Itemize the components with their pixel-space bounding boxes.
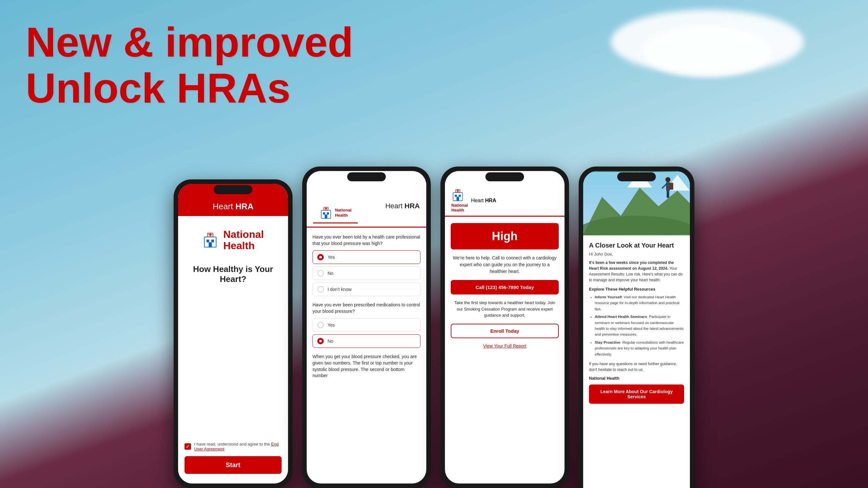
hospital-name: National Health — [223, 229, 264, 251]
resource-3-title: Stay Proactive — [595, 340, 620, 344]
step-text: Take the first step towards a healthier … — [451, 300, 559, 318]
resource-1: Inform Yourself: Visit our dedicated Hea… — [595, 294, 684, 312]
svg-point-25 — [665, 177, 671, 182]
start-button[interactable]: Start — [185, 456, 282, 474]
checkbox-agreement[interactable]: I have read, understood and agree to the… — [185, 442, 282, 451]
phone-notch-3 — [486, 172, 524, 181]
phone2-org-line1: National — [335, 208, 351, 213]
phone2-org-name: National Health — [335, 208, 351, 218]
q1-option-yes[interactable]: Yes — [312, 250, 421, 264]
hospital-icon — [202, 232, 218, 248]
svg-rect-3 — [209, 242, 212, 247]
svg-rect-16 — [459, 195, 461, 197]
hospital-logo: National Health — [202, 229, 264, 251]
q1-radio-dontknow[interactable] — [317, 286, 324, 293]
phone4-intro: It's been a few weeks since you complete… — [589, 260, 684, 283]
phone1-title-hra: HRA — [235, 202, 253, 211]
phone4-screen: A Closer Look at Your Heart Hi John Doe,… — [583, 171, 690, 488]
phone-notch-2 — [347, 172, 386, 181]
phone4-section-title: Explore These Helpful Resources — [589, 287, 684, 292]
question-2-text: Have you ever been prescribed medication… — [312, 302, 421, 314]
headline-line2: Unlock HRAs — [26, 65, 353, 111]
phone4-resources-list: Inform Yourself: Visit our dedicated Hea… — [589, 294, 684, 357]
phone1-body: National Health How Healthy is Your Hear… — [178, 216, 288, 484]
question-3-text: When you get your blood pressure checked… — [312, 354, 421, 379]
org-name-line2: Health — [223, 240, 255, 251]
view-report-link[interactable]: View Your Full Report — [451, 343, 559, 348]
resource-2-title: Attend Heart Health Seminars — [595, 315, 647, 318]
org-name-line1: National — [223, 228, 264, 240]
cardiology-button[interactable]: Learn More About Our Cardiology Services — [589, 385, 684, 404]
phone2-screen: National Health Heart HRA Have you ever … — [307, 171, 426, 484]
phone3-screen: National Health Heart HRA High We're her… — [445, 171, 564, 484]
q2-label-yes: Yes — [328, 323, 335, 328]
phone2-app-title: Heart HRA — [385, 202, 420, 210]
phone3-org-line2: Health — [452, 208, 464, 213]
checkbox-label: I have read, understood and agree to the… — [194, 442, 282, 451]
phone4-intro-bold: It's been a few weeks since you complete… — [589, 261, 674, 271]
phone2-logo: National Health — [313, 189, 358, 223]
phone4-greeting: Hi John Doe, — [589, 252, 684, 256]
q1-label-yes: Yes — [328, 254, 335, 260]
q1-label-no: No — [328, 271, 333, 276]
risk-level-badge: High — [451, 223, 559, 249]
q1-option-dontknow[interactable]: I don't know — [312, 282, 421, 296]
phone1-title: Heart HRA — [213, 202, 253, 211]
phone2-body: Have you ever been told by a health care… — [307, 227, 426, 484]
svg-rect-10 — [325, 214, 327, 218]
phone-email-screen: A Closer Look at Your Heart Hi John Doe,… — [579, 166, 694, 488]
q2-radio-no[interactable] — [317, 338, 324, 344]
q2-option-no[interactable]: No — [312, 334, 421, 348]
resource-3: Stay Proactive: Regular consultations wi… — [595, 339, 684, 357]
cloud-decoration-2 — [643, 26, 772, 77]
svg-rect-28 — [668, 191, 669, 198]
svg-rect-8 — [323, 213, 326, 215]
q2-label-no: No — [328, 338, 333, 344]
question-1-section: Have you ever been told by a health care… — [312, 234, 421, 296]
q2-option-yes[interactable]: Yes — [312, 318, 421, 332]
headline-line1: New & improved — [26, 19, 353, 65]
phone3-app-title: Heart HRA — [471, 198, 496, 204]
q1-radio-no[interactable] — [317, 270, 324, 276]
phone2-hospital-icon — [319, 206, 333, 219]
question-1-text: Have you ever been told by a health care… — [312, 234, 421, 247]
phone3-hospital-icon — [452, 189, 464, 202]
q1-option-no[interactable]: No — [312, 267, 421, 280]
phone-questions-screen: National Health Heart HRA Have you ever … — [302, 166, 431, 488]
phone4-org-name: National Health — [589, 376, 684, 380]
phone4-content: A Closer Look at Your Heart Hi John Doe,… — [583, 235, 690, 488]
svg-rect-31 — [669, 183, 674, 190]
q1-radio-yes[interactable] — [317, 254, 324, 261]
phone-notch-4 — [617, 172, 656, 181]
checkbox-label-text: I have read, understood and agree to the — [194, 442, 271, 447]
call-button[interactable]: Call (123) 456-7890 Today — [451, 280, 559, 295]
phone-notch-1 — [214, 185, 252, 194]
svg-rect-1 — [207, 240, 209, 242]
q1-label-dontknow: I don't know — [328, 287, 351, 292]
help-text: We're here to help. Call to connect with… — [451, 254, 559, 275]
resource-1-title: Inform Yourself — [595, 295, 622, 299]
org-name: National Health — [223, 229, 264, 251]
phone4-contact-text: If you have any questions or need furthe… — [589, 361, 684, 373]
headline-section: New & improved Unlock HRAs — [26, 19, 353, 111]
question-3-section: When you get your blood pressure checked… — [312, 354, 421, 379]
svg-rect-15 — [455, 195, 457, 197]
phone3-logo: National Health — [452, 189, 468, 213]
svg-rect-2 — [212, 240, 214, 242]
phone3-org-name: National Health — [452, 203, 468, 213]
phone1-bottom: I have read, understood and agree to the… — [185, 442, 282, 474]
phones-container: Heart HRA — [16, 166, 852, 488]
phone1-title-heart: Heart — [213, 202, 235, 211]
phone2-org-line2: Health — [335, 213, 348, 218]
phone3-org-line1: National — [452, 203, 468, 208]
svg-rect-9 — [327, 213, 329, 215]
phone4-article-title: A Closer Look at Your Heart — [589, 242, 684, 249]
phone1-screen: Heart HRA — [178, 184, 288, 484]
phone1-tagline: How Healthy is Your Heart? — [185, 264, 282, 284]
checkbox-icon[interactable] — [185, 443, 191, 450]
question-2-section: Have you ever been prescribed medication… — [312, 302, 421, 348]
enroll-button[interactable]: Enroll Today — [451, 324, 559, 338]
resource-2: Attend Heart Health Seminars: Participat… — [595, 314, 684, 338]
q2-radio-yes[interactable] — [317, 322, 324, 328]
svg-rect-17 — [457, 197, 459, 201]
